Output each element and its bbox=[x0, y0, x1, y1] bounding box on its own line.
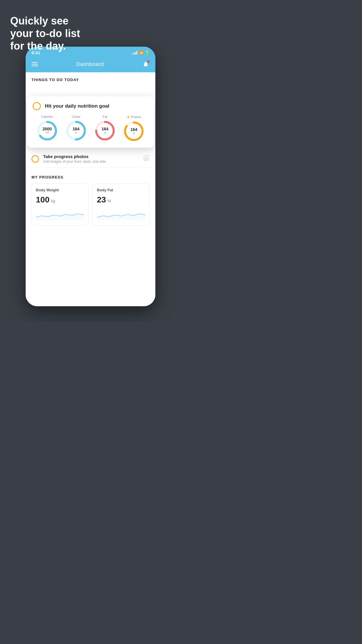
todo-action-icon bbox=[143, 155, 150, 163]
nutrition-label: Calories bbox=[41, 115, 53, 118]
progress-value: 100 bbox=[36, 195, 50, 204]
hero-line1: Quickly see bbox=[10, 15, 80, 27]
todo-text: Take progress photosAdd images of your f… bbox=[43, 154, 139, 164]
donut-unit: g bbox=[73, 132, 79, 134]
card-header: Hit your daily nutrition goal bbox=[33, 102, 148, 110]
phone-mockup: 9:41 📶 🔋 Dashboard bbox=[26, 47, 155, 306]
section-title: THINGS TO DO TODAY bbox=[31, 78, 79, 82]
todo-title: Take progress photos bbox=[43, 154, 139, 159]
section-header: THINGS TO DO TODAY bbox=[26, 72, 155, 85]
donut-unit: g bbox=[101, 132, 108, 134]
progress-section: MY PROGRESS Body Weight 100 kg Body Fat … bbox=[26, 168, 155, 226]
nutrition-item-carbs: Carbs 164 g bbox=[66, 115, 87, 141]
wave-chart bbox=[97, 209, 145, 220]
nutrition-grid: Calories 2000 cal Carbs 164 g Fat 164 g … bbox=[33, 115, 148, 142]
donut-value: 2000 bbox=[43, 127, 52, 131]
donut-chart: 164 g bbox=[94, 120, 115, 141]
donut-unit: g bbox=[131, 132, 137, 135]
nutrition-label: Carbs bbox=[72, 115, 80, 118]
nav-title: Dashboard bbox=[76, 61, 104, 67]
progress-title: MY PROGRESS bbox=[31, 175, 150, 179]
progress-cards: Body Weight 100 kg Body Fat 23 % bbox=[31, 183, 150, 226]
progress-card-title: Body Fat bbox=[97, 188, 145, 192]
nutrition-item-protein: ★Protein 164 g bbox=[123, 115, 144, 142]
nutrition-item-calories: Calories 2000 cal bbox=[37, 115, 58, 141]
card-title: Hit your daily nutrition goal bbox=[45, 103, 109, 109]
donut-chart: 164 g bbox=[123, 121, 144, 142]
status-icons: 📶 🔋 bbox=[132, 50, 150, 55]
notification-dot bbox=[147, 60, 150, 63]
todo-subtitle: Add images of your front, back, and side bbox=[43, 160, 139, 164]
donut-chart: 2000 cal bbox=[37, 120, 58, 141]
donut-unit: cal bbox=[43, 132, 52, 134]
nutrition-item-fat: Fat 164 g bbox=[94, 115, 115, 141]
signal-icon bbox=[132, 50, 137, 55]
nutrition-label: ★Protein bbox=[127, 115, 141, 119]
content-area: THINGS TO DO TODAY Hit your daily nutrit… bbox=[26, 72, 155, 306]
nav-bar: Dashboard bbox=[26, 57, 155, 72]
svg-point-10 bbox=[145, 157, 147, 159]
todo-circle-nutrition[interactable] bbox=[33, 102, 41, 110]
progress-card-title: Body Weight bbox=[36, 188, 84, 192]
progress-card-body-weight[interactable]: Body Weight 100 kg bbox=[31, 183, 89, 226]
todo-checkbox[interactable] bbox=[31, 155, 39, 163]
nutrition-card: Hit your daily nutrition goal Calories 2… bbox=[27, 96, 154, 148]
hero-line3: for the day. bbox=[10, 40, 80, 52]
hero-line2: your to-do list bbox=[10, 27, 80, 40]
progress-unit: % bbox=[108, 199, 111, 203]
notification-button[interactable] bbox=[142, 60, 150, 68]
donut-value: 164 bbox=[131, 127, 137, 132]
menu-button[interactable] bbox=[31, 62, 38, 66]
wifi-icon: 📶 bbox=[139, 50, 143, 55]
progress-card-body-fat[interactable]: Body Fat 23 % bbox=[93, 183, 150, 226]
donut-chart: 164 g bbox=[66, 120, 87, 141]
progress-value: 23 bbox=[97, 195, 106, 204]
star-icon: ★ bbox=[127, 115, 130, 119]
donut-value: 164 bbox=[73, 127, 79, 131]
progress-value-row: 23 % bbox=[97, 195, 145, 204]
nutrition-label: Fat bbox=[103, 115, 107, 118]
todo-item-photos[interactable]: Take progress photosAdd images of your f… bbox=[26, 150, 155, 168]
progress-unit: kg bbox=[51, 199, 55, 203]
donut-center: 164 g bbox=[73, 127, 79, 134]
donut-center: 164 g bbox=[131, 127, 137, 135]
hero-text: Quickly see your to-do list for the day. bbox=[10, 15, 80, 52]
donut-center: 164 g bbox=[101, 127, 108, 134]
donut-center: 2000 cal bbox=[43, 127, 52, 134]
progress-value-row: 100 kg bbox=[36, 195, 84, 204]
wave-chart bbox=[36, 209, 84, 220]
donut-value: 164 bbox=[101, 127, 108, 131]
battery-icon: 🔋 bbox=[145, 50, 150, 55]
